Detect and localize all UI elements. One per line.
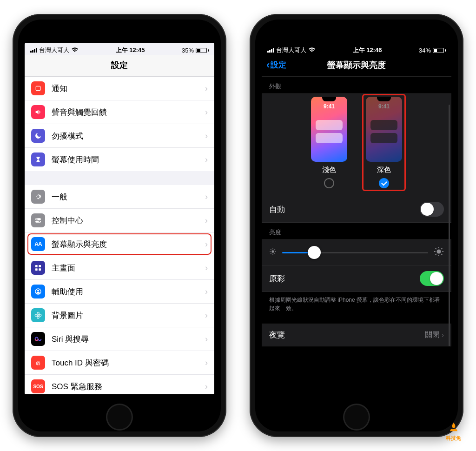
carrier-label: 台灣大哥大 [276,46,306,54]
truetone-footnote: 根據周圍光線狀況自動調整 iPhone 螢幕，讓色彩在不同的環境下都看起來一致。 [262,292,451,319]
row-label: 聲音與觸覺回饋 [52,107,198,118]
row-label: Siri 與搜尋 [52,334,198,345]
svg-point-17 [271,250,274,252]
flower-icon [31,308,45,322]
scrollbar[interactable] [449,105,450,346]
svg-rect-0 [36,86,40,90]
svg-rect-8 [39,268,41,271]
square-icon [31,81,45,95]
chevron-right-icon: › [205,263,208,273]
wifi-icon [71,47,79,54]
settings-row[interactable]: SOSSOS 緊急服務› [25,375,214,394]
svg-point-14 [35,314,37,317]
grid-icon [31,261,45,275]
back-button[interactable]: ‹ 設定 [266,60,286,70]
settings-row[interactable]: 主畫面› [25,256,214,280]
svg-line-32 [441,254,442,255]
sound-icon [31,105,45,119]
AA-icon: AA [31,237,45,251]
svg-line-31 [436,248,436,249]
chevron-right-icon: › [205,131,208,141]
chevron-right-icon: › [205,382,208,391]
home-button[interactable] [106,404,133,431]
row-label: 主畫面 [52,263,198,273]
settings-row[interactable]: 聲音與觸覺回饋› [25,100,214,124]
person-icon [31,285,45,298]
svg-point-11 [38,315,39,316]
home-button[interactable] [343,404,370,431]
row-truetone[interactable]: 原彩 [262,265,451,292]
list-separator [25,171,214,185]
toggles-icon [31,213,45,227]
switch-automatic[interactable] [420,202,444,217]
dark-label: 深色 [377,166,391,174]
svg-rect-5 [35,265,38,267]
hourglass-icon [31,153,45,166]
sun-large-icon [434,246,444,259]
wifi-icon [308,47,316,54]
SOS-icon: SOS [31,379,45,393]
settings-row[interactable]: 控制中心› [25,209,214,232]
row-label: 背景圖片 [52,310,198,321]
row-label: SOS 緊急服務 [52,381,198,392]
radio-light[interactable] [324,178,334,188]
chevron-right-icon: › [205,216,208,226]
svg-rect-6 [39,265,41,267]
svg-point-4 [39,221,40,222]
row-night-shift[interactable]: 夜覽 關閉 › [262,324,451,346]
section-header-appearance: 外觀 [262,77,451,93]
svg-rect-7 [35,268,38,271]
page-title: 螢幕顯示與亮度 [327,60,386,70]
row-label: Touch ID 與密碼 [52,358,198,368]
svg-line-22 [271,249,271,250]
finger-icon [31,356,45,370]
row-brightness-slider [262,239,451,265]
settings-row[interactable]: AA螢幕顯示與亮度› [25,232,214,256]
row-label: 螢幕顯示與亮度 [52,239,198,250]
svg-rect-2 [35,221,41,223]
svg-line-33 [436,254,436,255]
settings-row[interactable]: Siri 與搜尋› [25,327,214,351]
phone-frame-left: 台灣大哥大 上午 12:45 35% 設定 [13,14,226,437]
navbar: ‹ 設定 螢幕顯示與亮度 [262,55,451,77]
row-label: 勿擾模式 [52,131,198,141]
auto-label: 自動 [269,204,285,215]
section-header-brightness: 亮度 [262,223,451,239]
settings-list[interactable]: 通知›聲音與觸覺回饋›勿擾模式›螢幕使用時間›一般›控制中心›AA螢幕顯示與亮度… [25,77,214,394]
appearance-option-light[interactable]: 9:41 淺色 [311,97,347,188]
signal-icon [30,48,37,53]
chevron-right-icon: › [205,334,208,344]
svg-point-3 [36,219,38,220]
chevron-right-icon: › [205,84,208,93]
brightness-slider[interactable] [282,252,428,253]
settings-row[interactable]: 一般› [25,185,214,209]
chevron-right-icon: › [205,287,208,297]
svg-rect-1 [35,218,41,220]
chevron-left-icon: ‹ [266,60,270,70]
appearance-option-dark[interactable]: 9:41 深色 [366,97,402,188]
switch-truetone[interactable] [420,271,444,286]
svg-point-12 [37,312,40,314]
svg-line-23 [274,253,275,253]
battery-icon [196,48,209,53]
settings-row[interactable]: 勿擾模式› [25,124,214,148]
radio-dark[interactable] [379,178,389,188]
carrier-label: 台灣大哥大 [39,46,69,54]
svg-line-34 [441,248,442,249]
chevron-right-icon: › [205,239,208,249]
moon-icon [31,129,45,143]
chevron-right-icon: › [205,311,208,320]
chevron-right-icon: › [205,192,208,202]
settings-row[interactable]: Touch ID 與密碼› [25,351,214,375]
settings-row[interactable]: 通知› [25,77,214,100]
settings-row[interactable]: 背景圖片› [25,304,214,327]
row-automatic[interactable]: 自動 [262,196,451,223]
status-bar: 台灣大哥大 上午 12:45 35% [25,43,214,55]
chevron-right-icon: › [205,107,208,117]
settings-row[interactable]: 輔助使用› [25,280,214,304]
light-label: 淺色 [322,166,336,174]
settings-row[interactable]: 螢幕使用時間› [25,148,214,171]
dark-preview: 9:41 [366,97,402,162]
sun-small-icon [269,248,277,257]
clock-label: 上午 12:46 [353,46,382,54]
